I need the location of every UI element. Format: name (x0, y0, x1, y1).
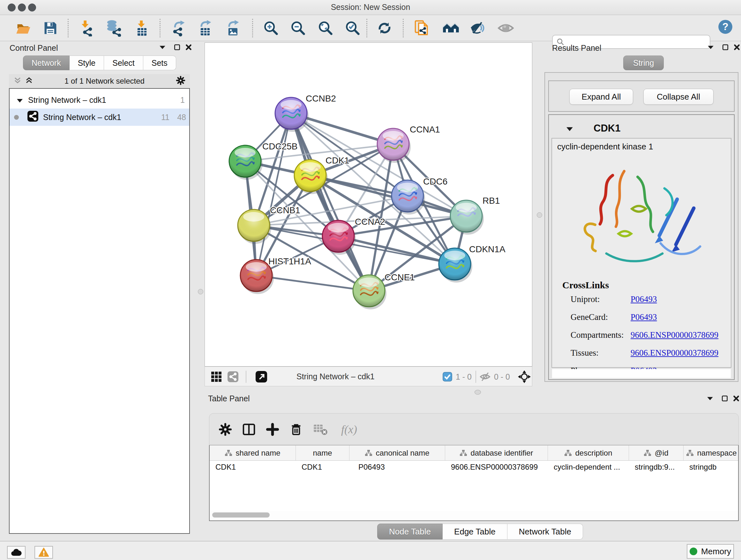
zoom-selected-icon (344, 20, 361, 37)
right-splitter-grip[interactable] (537, 212, 542, 218)
footer-separator (475, 371, 476, 383)
expand-all-button[interactable]: Expand All (569, 89, 633, 105)
grid-view-icon[interactable] (211, 371, 222, 384)
delete-column-icon[interactable] (288, 421, 305, 438)
help-button[interactable]: ? (717, 18, 734, 36)
open-in-cytoscape-web-button[interactable] (414, 19, 431, 37)
float-panel-icon[interactable] (174, 44, 181, 52)
home-pages-button[interactable] (442, 19, 460, 37)
selected-count-text: 1 - 0 (456, 372, 472, 381)
column-header-shared-name[interactable]: shared name (210, 445, 296, 460)
column-header-namespace[interactable]: namespace (684, 445, 739, 460)
crosslink-uniprot[interactable]: P06493 (630, 294, 657, 304)
cytoscape-window: Session: New Session (0, 0, 741, 560)
show-overview-button[interactable] (497, 19, 515, 37)
close-panel-icon[interactable] (733, 395, 740, 403)
table-scrollbar-thumb[interactable] (212, 512, 270, 517)
selected-checkbox-icon[interactable] (443, 372, 452, 383)
column-header-name[interactable]: name (296, 445, 349, 460)
hide-results-button[interactable] (470, 19, 487, 37)
float-panel-icon[interactable] (721, 395, 728, 403)
import-table-file-button[interactable] (133, 19, 151, 37)
network-node-cdc6[interactable] (392, 180, 425, 214)
network-collection-row[interactable]: String Network – cdk1 1 (10, 91, 189, 109)
table-scrollbar-track[interactable] (210, 511, 738, 519)
database-icon (105, 19, 122, 37)
import-network-file-button[interactable] (77, 19, 95, 37)
results-scrollbar-track[interactable] (552, 369, 731, 378)
svg-text:?: ? (722, 21, 728, 32)
open-session-button[interactable] (15, 19, 32, 37)
network-row-selected[interactable]: String Network – cdk1 11 48 (10, 109, 189, 126)
tab-sets[interactable]: Sets (143, 56, 176, 70)
network-node-cdc25b[interactable] (229, 145, 263, 180)
close-panel-icon[interactable] (733, 44, 740, 52)
column-header-id[interactable]: @id (629, 445, 684, 460)
crosslink-tissues[interactable]: 9606.ENSP00000378699 (630, 348, 718, 358)
table-row[interactable]: CDK1 CDK1 P06493 9606.ENSP00000378699 cy… (210, 461, 738, 474)
tab-edge-table[interactable]: Edge Table (443, 523, 508, 540)
network-node-rb1[interactable] (450, 200, 484, 235)
gene-expander-icon[interactable] (566, 126, 573, 133)
panel-menu-icon[interactable] (706, 396, 714, 402)
status-bar: Memory (0, 541, 741, 560)
detach-view-icon[interactable] (255, 371, 267, 384)
tab-string[interactable]: String (623, 56, 664, 70)
crosslink-compartments[interactable]: 9606.ENSP00000378699 (630, 330, 718, 340)
cell-id: stringdb:9... (629, 462, 684, 472)
zoom-out-button[interactable] (289, 19, 307, 37)
show-columns-icon[interactable] (241, 421, 257, 438)
zoom-in-button[interactable] (262, 19, 280, 37)
import-network-database-button[interactable] (105, 19, 122, 37)
export-image-button[interactable] (225, 19, 242, 37)
tab-style[interactable]: Style (70, 56, 105, 70)
tab-network-table[interactable]: Network Table (508, 523, 583, 540)
collapse-all-button[interactable]: Collapse All (643, 89, 714, 105)
column-header-canonical-name[interactable]: canonical name (349, 445, 445, 460)
network-node-cdkn1a[interactable] (439, 248, 472, 283)
network-view-icon[interactable] (227, 371, 239, 384)
tab-network[interactable]: Network (23, 56, 70, 70)
birds-eye-toggle-icon[interactable] (518, 370, 531, 385)
panel-menu-icon[interactable] (159, 45, 166, 51)
zoom-selected-button[interactable] (344, 19, 361, 37)
network-node-ccna2[interactable] (322, 220, 356, 255)
warning-status-button[interactable] (35, 546, 53, 559)
close-panel-icon[interactable] (185, 44, 192, 52)
collapse-all-networks-icon[interactable] (13, 76, 22, 86)
tab-select[interactable]: Select (104, 56, 143, 70)
gene-description: cyclin-dependent kinase 1 (557, 142, 653, 152)
network-graph[interactable]: CCNB2CCNA1CDC25BCDK1CDC6RB1CCNB1CCNA2CDK… (205, 43, 532, 366)
refresh-view-button[interactable] (376, 19, 393, 37)
column-header-database-identifier[interactable]: database identifier (445, 445, 548, 460)
memory-status-dot (690, 548, 697, 555)
collection-expander-icon[interactable] (17, 96, 23, 105)
table-options-gear-icon[interactable] (217, 421, 233, 438)
export-network-button[interactable] (170, 19, 187, 37)
network-node-cdk1[interactable] (294, 160, 328, 194)
memory-button[interactable]: Memory (687, 544, 734, 559)
cell-canonical-name: P06493 (349, 462, 445, 472)
add-column-icon[interactable] (264, 421, 281, 438)
network-selection-header: 1 of 1 Network selected (9, 74, 190, 88)
function-builder-icon: f(x) (336, 421, 362, 438)
network-status-dot (14, 115, 19, 120)
save-session-button[interactable] (42, 19, 59, 37)
network-node-ccna1[interactable] (377, 128, 411, 163)
expand-all-networks-icon[interactable] (25, 76, 33, 86)
zoom-fit-button[interactable] (317, 19, 334, 37)
tab-node-table[interactable]: Node Table (377, 523, 443, 540)
node-label: CDC6 (423, 177, 448, 186)
panel-menu-icon[interactable] (707, 45, 714, 51)
column-header-description[interactable]: description (548, 445, 629, 460)
left-splitter-grip[interactable] (198, 289, 203, 294)
memory-label: Memory (701, 547, 731, 557)
import-table-icon (134, 20, 150, 37)
network-options-gear-icon[interactable] (176, 76, 185, 86)
network-node-ccnb2[interactable] (275, 98, 309, 132)
export-table-button[interactable] (197, 19, 214, 37)
float-panel-icon[interactable] (722, 44, 729, 52)
crosslink-genecard[interactable]: P06493 (630, 312, 657, 322)
cloud-icon (10, 548, 22, 557)
cloud-status-button[interactable] (7, 546, 25, 559)
